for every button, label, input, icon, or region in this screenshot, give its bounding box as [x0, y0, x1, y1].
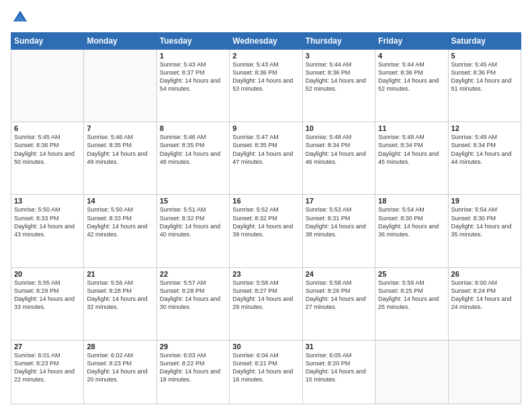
calendar-cell: 30Sunrise: 6:04 AM Sunset: 8:21 PM Dayli… — [230, 340, 302, 404]
logo — [11, 8, 32, 27]
calendar-cell: 9Sunrise: 5:47 AM Sunset: 8:35 PM Daylig… — [230, 122, 302, 195]
day-info: Sunrise: 5:44 AM Sunset: 8:36 PM Dayligh… — [378, 60, 445, 93]
day-info: Sunrise: 5:56 AM Sunset: 8:28 PM Dayligh… — [87, 279, 153, 312]
calendar-cell: 31Sunrise: 6:05 AM Sunset: 8:20 PM Dayli… — [302, 340, 375, 404]
day-number: 28 — [87, 342, 153, 351]
calendar-cell: 5Sunrise: 5:45 AM Sunset: 8:36 PM Daylig… — [448, 50, 521, 122]
day-info: Sunrise: 5:46 AM Sunset: 8:35 PM Dayligh… — [160, 133, 226, 166]
day-number: 14 — [87, 197, 153, 205]
day-info: Sunrise: 5:44 AM Sunset: 8:36 PM Dayligh… — [306, 60, 372, 93]
day-info: Sunrise: 5:45 AM Sunset: 8:36 PM Dayligh… — [14, 133, 81, 166]
day-number: 23 — [232, 270, 299, 278]
calendar-cell: 27Sunrise: 6:01 AM Sunset: 8:23 PM Dayli… — [11, 340, 84, 404]
day-number: 24 — [306, 270, 372, 278]
calendar-cell: 8Sunrise: 5:46 AM Sunset: 8:35 PM Daylig… — [157, 122, 229, 195]
calendar-cell: 6Sunrise: 5:45 AM Sunset: 8:36 PM Daylig… — [11, 122, 84, 195]
day-info: Sunrise: 6:04 AM Sunset: 8:21 PM Dayligh… — [232, 351, 299, 384]
day-number: 8 — [160, 124, 226, 132]
week-row-4: 20Sunrise: 5:55 AM Sunset: 8:29 PM Dayli… — [11, 267, 521, 340]
calendar-cell: 25Sunrise: 5:59 AM Sunset: 8:25 PM Dayli… — [375, 267, 448, 340]
calendar-cell: 26Sunrise: 6:00 AM Sunset: 8:24 PM Dayli… — [448, 267, 521, 340]
day-number: 13 — [14, 197, 81, 205]
calendar-cell: 24Sunrise: 5:58 AM Sunset: 8:26 PM Dayli… — [302, 267, 375, 340]
calendar-cell: 11Sunrise: 5:48 AM Sunset: 8:34 PM Dayli… — [375, 122, 448, 195]
calendar-cell: 1Sunrise: 5:43 AM Sunset: 8:37 PM Daylig… — [157, 50, 229, 122]
day-info: Sunrise: 5:48 AM Sunset: 8:34 PM Dayligh… — [306, 133, 372, 166]
day-info: Sunrise: 5:54 AM Sunset: 8:30 PM Dayligh… — [451, 205, 518, 238]
day-number: 25 — [378, 270, 445, 278]
day-number: 6 — [14, 124, 81, 132]
calendar-body: 1Sunrise: 5:43 AM Sunset: 8:37 PM Daylig… — [11, 50, 521, 404]
day-info: Sunrise: 5:43 AM Sunset: 8:36 PM Dayligh… — [232, 60, 299, 93]
calendar-cell: 10Sunrise: 5:48 AM Sunset: 8:34 PM Dayli… — [302, 122, 375, 195]
calendar-cell: 28Sunrise: 6:02 AM Sunset: 8:23 PM Dayli… — [84, 340, 157, 404]
day-info: Sunrise: 6:03 AM Sunset: 8:22 PM Dayligh… — [160, 351, 226, 384]
calendar-cell: 22Sunrise: 5:57 AM Sunset: 8:28 PM Dayli… — [157, 267, 229, 340]
day-number: 1 — [160, 52, 226, 60]
calendar-table: SundayMondayTuesdayWednesdayThursdayFrid… — [11, 32, 521, 404]
calendar-header: SundayMondayTuesdayWednesdayThursdayFrid… — [11, 33, 521, 50]
calendar-header-saturday: Saturday — [448, 33, 521, 50]
day-number: 17 — [306, 197, 372, 205]
day-info: Sunrise: 5:50 AM Sunset: 8:33 PM Dayligh… — [14, 205, 81, 238]
day-info: Sunrise: 5:55 AM Sunset: 8:29 PM Dayligh… — [14, 279, 81, 312]
day-number: 21 — [87, 270, 153, 278]
day-number: 20 — [14, 270, 81, 278]
calendar-cell — [11, 50, 84, 122]
day-info: Sunrise: 5:43 AM Sunset: 8:37 PM Dayligh… — [160, 60, 226, 93]
day-number: 26 — [451, 270, 518, 278]
day-info: Sunrise: 5:53 AM Sunset: 8:31 PM Dayligh… — [306, 205, 372, 238]
week-row-5: 27Sunrise: 6:01 AM Sunset: 8:23 PM Dayli… — [11, 340, 521, 404]
calendar-cell: 23Sunrise: 5:58 AM Sunset: 8:27 PM Dayli… — [230, 267, 302, 340]
day-number: 12 — [451, 124, 518, 132]
page: SundayMondayTuesdayWednesdayThursdayFrid… — [0, 0, 532, 411]
header-row: SundayMondayTuesdayWednesdayThursdayFrid… — [11, 33, 521, 50]
calendar-cell: 17Sunrise: 5:53 AM Sunset: 8:31 PM Dayli… — [302, 195, 375, 267]
week-row-1: 1Sunrise: 5:43 AM Sunset: 8:37 PM Daylig… — [11, 50, 521, 122]
day-info: Sunrise: 5:57 AM Sunset: 8:28 PM Dayligh… — [160, 279, 226, 312]
day-info: Sunrise: 5:48 AM Sunset: 8:34 PM Dayligh… — [378, 133, 445, 166]
calendar-header-friday: Friday — [375, 33, 448, 50]
day-info: Sunrise: 5:58 AM Sunset: 8:26 PM Dayligh… — [306, 279, 372, 312]
calendar-header-monday: Monday — [84, 33, 157, 50]
calendar-cell: 3Sunrise: 5:44 AM Sunset: 8:36 PM Daylig… — [302, 50, 375, 122]
day-number: 5 — [451, 52, 518, 60]
day-info: Sunrise: 6:00 AM Sunset: 8:24 PM Dayligh… — [451, 279, 518, 312]
week-row-2: 6Sunrise: 5:45 AM Sunset: 8:36 PM Daylig… — [11, 122, 521, 195]
header — [11, 8, 521, 27]
calendar-cell: 15Sunrise: 5:51 AM Sunset: 8:32 PM Dayli… — [157, 195, 229, 267]
day-info: Sunrise: 6:01 AM Sunset: 8:23 PM Dayligh… — [14, 351, 81, 384]
day-number: 22 — [160, 270, 226, 278]
calendar-cell: 13Sunrise: 5:50 AM Sunset: 8:33 PM Dayli… — [11, 195, 84, 267]
day-number: 27 — [14, 342, 81, 351]
calendar-cell: 14Sunrise: 5:50 AM Sunset: 8:33 PM Dayli… — [84, 195, 157, 267]
day-info: Sunrise: 5:49 AM Sunset: 8:34 PM Dayligh… — [451, 133, 518, 166]
calendar-cell: 20Sunrise: 5:55 AM Sunset: 8:29 PM Dayli… — [11, 267, 84, 340]
day-number: 31 — [306, 342, 372, 351]
day-info: Sunrise: 5:59 AM Sunset: 8:25 PM Dayligh… — [378, 279, 445, 312]
day-info: Sunrise: 5:50 AM Sunset: 8:33 PM Dayligh… — [87, 205, 153, 238]
calendar-header-wednesday: Wednesday — [230, 33, 302, 50]
day-number: 29 — [160, 342, 226, 351]
day-info: Sunrise: 6:02 AM Sunset: 8:23 PM Dayligh… — [87, 351, 153, 384]
calendar-header-tuesday: Tuesday — [157, 33, 229, 50]
calendar-cell: 7Sunrise: 5:46 AM Sunset: 8:35 PM Daylig… — [84, 122, 157, 195]
day-number: 9 — [232, 124, 299, 132]
day-info: Sunrise: 5:46 AM Sunset: 8:35 PM Dayligh… — [87, 133, 153, 166]
day-number: 11 — [378, 124, 445, 132]
calendar-cell: 16Sunrise: 5:52 AM Sunset: 8:32 PM Dayli… — [230, 195, 302, 267]
day-info: Sunrise: 5:51 AM Sunset: 8:32 PM Dayligh… — [160, 205, 226, 238]
calendar-cell — [375, 340, 448, 404]
calendar-cell: 19Sunrise: 5:54 AM Sunset: 8:30 PM Dayli… — [448, 195, 521, 267]
day-number: 10 — [306, 124, 372, 132]
calendar-cell: 18Sunrise: 5:54 AM Sunset: 8:30 PM Dayli… — [375, 195, 448, 267]
calendar-header-thursday: Thursday — [302, 33, 375, 50]
calendar-header-sunday: Sunday — [11, 33, 84, 50]
day-number: 2 — [232, 52, 299, 60]
day-number: 15 — [160, 197, 226, 205]
calendar-cell — [84, 50, 157, 122]
day-info: Sunrise: 5:58 AM Sunset: 8:27 PM Dayligh… — [232, 279, 299, 312]
day-number: 19 — [451, 197, 518, 205]
day-number: 30 — [232, 342, 299, 351]
day-info: Sunrise: 5:54 AM Sunset: 8:30 PM Dayligh… — [378, 205, 445, 238]
